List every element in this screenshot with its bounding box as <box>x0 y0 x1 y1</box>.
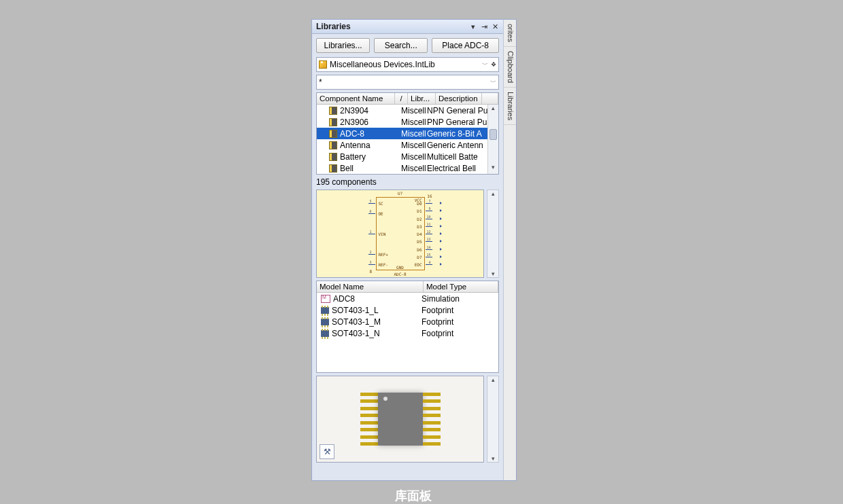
preview-scroll[interactable]: ▴ ▾ <box>487 190 499 278</box>
footprint-lead <box>360 393 378 396</box>
scroll-up-icon[interactable]: ▴ <box>488 105 498 115</box>
component-icon <box>329 141 337 149</box>
table-row[interactable]: ADC8Simulation <box>317 293 498 304</box>
component-lib: Miscell <box>401 164 427 173</box>
pin-icon[interactable]: ⇥ <box>480 22 488 31</box>
footprint-leads-right <box>423 393 441 446</box>
close-icon[interactable]: ✕ <box>491 22 499 31</box>
table-row[interactable]: BatteryMiscellMulticell Batte <box>317 151 498 162</box>
sidetab-libraries[interactable]: Libraries <box>504 88 516 125</box>
models-list: Model Name Model Type ADC8SimulationSOT4… <box>316 281 499 373</box>
component-name: Bell <box>340 164 354 173</box>
sidetab-favorites[interactable]: orites <box>504 20 516 47</box>
schematic-preview[interactable]: U? 5SC6OE1VIN2REF+3REF-7D09D110D211D312D… <box>316 190 484 278</box>
footprint-lead <box>360 414 378 417</box>
table-row[interactable]: BellMiscellElectrical Bell <box>317 162 498 174</box>
scroll-up-icon[interactable]: ▴ <box>492 190 495 197</box>
chevron-down-icon[interactable]: ﹀ <box>482 60 488 69</box>
footprint-icon <box>321 330 329 337</box>
panel-toolbar: Libraries... Search... Place ADC-8 <box>312 34 503 57</box>
component-name: Antenna <box>340 141 371 150</box>
table-row[interactable]: AntennaMiscellGeneric Antenn <box>317 139 498 151</box>
model-type: Simulation <box>422 294 498 304</box>
pin: 1 <box>368 234 375 234</box>
footprint-lead <box>423 435 441 439</box>
partname-label: ADC-8 <box>394 272 406 276</box>
model-rows: ADC8SimulationSOT403-1_LFootprintSOT403-… <box>317 293 498 339</box>
component-count: 195 components <box>312 176 503 190</box>
table-row[interactable]: SOT403-1_LFootprint <box>317 304 498 316</box>
footprint-lead <box>423 414 441 417</box>
pin: 9 <box>426 211 432 211</box>
more-libraries-icon[interactable]: ❖ <box>491 61 496 68</box>
libraries-button[interactable]: Libraries... <box>316 38 370 53</box>
col-description[interactable]: Description <box>436 93 482 104</box>
table-row[interactable]: ADC-8MiscellGeneric 8-Bit A <box>317 128 498 139</box>
place-button[interactable]: Place ADC-8 <box>432 38 499 53</box>
pin: 6 <box>368 213 375 214</box>
pin: 7 <box>426 203 432 204</box>
table-row[interactable]: 2N3904MiscellNPN General Pu <box>317 105 498 116</box>
pin: 10 <box>426 219 432 219</box>
component-icon <box>329 118 337 126</box>
col-model-type[interactable]: Model Type <box>424 281 498 292</box>
footprint-scroll[interactable]: ▴ ▾ <box>487 376 499 463</box>
footprint-preview[interactable]: ⚒ <box>316 376 484 463</box>
col-library[interactable]: Libr... <box>408 93 436 104</box>
col-sort[interactable]: / <box>395 93 408 104</box>
pin: 3 <box>368 264 375 265</box>
col-model-name[interactable]: Model Name <box>317 281 424 292</box>
component-list: Component Name / Libr... Description 2N3… <box>316 92 499 175</box>
footprint-lead <box>360 428 378 431</box>
filter-combo[interactable]: * ﹀ <box>316 75 499 90</box>
component-scrollbar[interactable]: ▴ ▾ <box>487 105 498 174</box>
library-combo[interactable]: Miscellaneous Devices.IntLib ﹀ ❖ <box>316 57 499 72</box>
footprint-lead <box>423 393 441 396</box>
component-lib: Miscell <box>401 152 427 162</box>
panel-body: Libraries ▾ ⇥ ✕ Libraries... Search... P… <box>312 20 503 480</box>
side-tabs: orites Clipboard Libraries <box>503 20 516 480</box>
col-spacer <box>482 93 498 104</box>
footprint-lead <box>423 399 441 403</box>
component-lib: Miscell <box>401 141 427 150</box>
dropdown-icon[interactable]: ▾ <box>469 22 477 31</box>
schematic-preview-wrap: U? 5SC6OE1VIN2REF+3REF-7D09D110D211D312D… <box>316 190 499 278</box>
component-name: ADC-8 <box>340 129 364 139</box>
table-row[interactable]: 2N3906MiscellPNP General Pu <box>317 116 498 128</box>
footprint-leads-left <box>360 393 378 446</box>
filter-text: * <box>319 77 487 87</box>
component-list-header: Component Name / Libr... Description <box>317 93 498 105</box>
scroll-down-icon[interactable]: ▾ <box>492 455 495 462</box>
figure-caption: 库面板 <box>311 488 515 504</box>
panel-title: Libraries <box>316 22 466 31</box>
table-row[interactable]: SOT403-1_MFootprint <box>317 316 498 327</box>
library-combo-text: Miscellaneous Devices.IntLib <box>330 60 479 69</box>
table-row[interactable]: SOT403-1_NFootprint <box>317 327 498 339</box>
chevron-down-icon[interactable]: ﹀ <box>490 78 496 87</box>
scroll-down-icon[interactable]: ▾ <box>488 164 498 174</box>
footprint-lead <box>423 442 441 446</box>
scroll-down-icon[interactable]: ▾ <box>492 270 495 277</box>
model-name: SOT403-1_M <box>332 317 381 327</box>
scroll-up-icon[interactable]: ▴ <box>492 376 495 383</box>
view-options-button[interactable]: ⚒ <box>320 444 334 459</box>
pin: 5 <box>368 203 375 204</box>
col-component-name[interactable]: Component Name <box>317 93 395 104</box>
model-name: SOT403-1_L <box>332 306 379 315</box>
footprint-lead <box>423 407 441 410</box>
footprint-lead <box>360 435 378 439</box>
pin: 13 <box>426 241 432 242</box>
sidetab-clipboard[interactable]: Clipboard <box>504 47 516 88</box>
footprint-lead <box>423 421 441 425</box>
scroll-thumb[interactable] <box>489 129 497 140</box>
search-button[interactable]: Search... <box>374 38 428 53</box>
footprint-lead <box>360 421 378 425</box>
footprint-icon <box>321 307 329 314</box>
model-name: ADC8 <box>333 294 355 304</box>
footprint-body <box>378 393 423 446</box>
footprint-lead <box>423 428 441 431</box>
pin1-dot-icon <box>383 397 388 401</box>
panel-titlebar: Libraries ▾ ⇥ ✕ <box>312 20 503 34</box>
footprint-lead <box>360 407 378 410</box>
simulation-icon <box>321 295 330 303</box>
